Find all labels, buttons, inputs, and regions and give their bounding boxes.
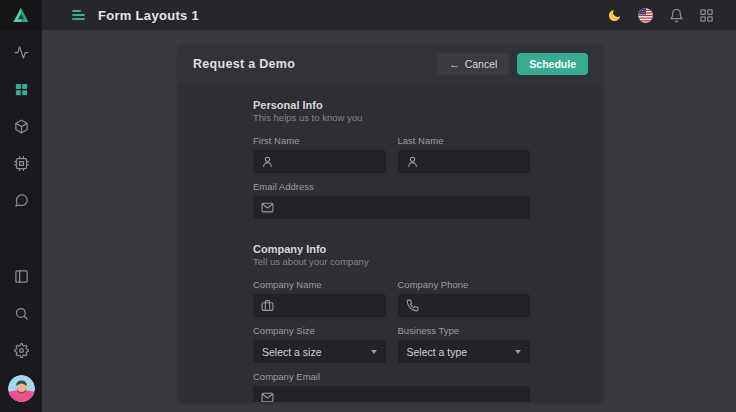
page-title: Form Layouts 1 — [98, 8, 199, 23]
sidebar-item-layout-toggle[interactable] — [0, 258, 42, 295]
company-email-row: Company Email — [253, 371, 530, 402]
company-name-label: Company Name — [253, 279, 386, 290]
company-size-selected-value: Select a size — [262, 346, 371, 358]
last-name-text-input[interactable] — [426, 156, 523, 168]
first-name-label: First Name — [253, 135, 386, 146]
name-row: First Name Last Name — [253, 135, 530, 173]
company-email-label: Company Email — [253, 371, 530, 382]
language-us-flag-icon[interactable] — [637, 7, 654, 24]
navbar-actions — [607, 7, 714, 24]
phone-icon — [406, 299, 419, 312]
gear-icon — [14, 343, 29, 358]
sidebar-item-settings[interactable] — [0, 332, 42, 369]
mail-icon — [261, 391, 274, 402]
sidebar-item-hardware[interactable] — [0, 145, 42, 182]
email-field: Email Address — [253, 181, 530, 219]
top-navbar: Form Layouts 1 — [42, 0, 736, 30]
grid-icon — [14, 82, 29, 97]
triangle-logo-icon — [11, 5, 31, 25]
email-input[interactable] — [253, 196, 530, 219]
sidebar-nav-top — [0, 34, 42, 219]
company-info-heading: Company Info — [253, 243, 530, 256]
avatar-image — [8, 375, 35, 402]
user-avatar[interactable] — [8, 375, 35, 402]
activity-icon — [14, 45, 29, 60]
card-body: Personal Info This helps us to know you … — [178, 83, 603, 402]
cpu-icon — [14, 156, 29, 171]
arrow-left-icon: ← — [449, 58, 460, 70]
request-demo-card: Request a Demo ← Cancel Schedule Persona… — [178, 45, 603, 402]
cancel-button[interactable]: ← Cancel — [437, 53, 509, 75]
sidebar — [0, 0, 42, 412]
company-name-phone-row: Company Name Company Phone — [253, 279, 530, 317]
company-email-input[interactable] — [253, 386, 530, 402]
company-size-field: Company Size Select a size — [253, 325, 386, 363]
company-info-subheading: Tell us about your company — [253, 256, 530, 267]
last-name-field: Last Name — [398, 135, 531, 173]
first-name-text-input[interactable] — [281, 156, 378, 168]
schedule-button[interactable]: Schedule — [517, 53, 588, 75]
company-name-text-input[interactable] — [281, 300, 378, 312]
mail-icon — [261, 201, 274, 214]
chat-bubble-icon — [14, 193, 29, 208]
card-title: Request a Demo — [193, 57, 295, 71]
main-content: Request a Demo ← Cancel Schedule Persona… — [42, 30, 736, 412]
theme-toggle-moon-icon[interactable] — [607, 8, 622, 23]
company-phone-text-input[interactable] — [426, 300, 523, 312]
first-name-input[interactable] — [253, 150, 386, 173]
search-icon — [14, 306, 29, 321]
sidebar-item-components[interactable] — [0, 108, 42, 145]
business-type-select[interactable]: Select a type — [398, 340, 531, 363]
layout-panel-icon — [14, 269, 29, 284]
personal-info-heading: Personal Info — [253, 99, 530, 112]
person-icon — [406, 155, 419, 168]
briefcase-icon — [261, 299, 274, 312]
email-text-input[interactable] — [281, 202, 522, 214]
apps-grid-icon[interactable] — [699, 8, 714, 23]
business-type-field: Business Type Select a type — [398, 325, 531, 363]
email-label: Email Address — [253, 181, 530, 192]
first-name-field: First Name — [253, 135, 386, 173]
company-size-select[interactable]: Select a size — [253, 340, 386, 363]
company-phone-input[interactable] — [398, 294, 531, 317]
sidebar-item-messages[interactable] — [0, 182, 42, 219]
company-size-label: Company Size — [253, 325, 386, 336]
company-phone-field: Company Phone — [398, 279, 531, 317]
company-name-input[interactable] — [253, 294, 386, 317]
personal-info-subheading: This helps us to know you — [253, 112, 530, 123]
sidebar-item-search[interactable] — [0, 295, 42, 332]
chevron-down-icon — [371, 350, 377, 354]
company-name-field: Company Name — [253, 279, 386, 317]
sidebar-nav-bottom — [0, 258, 42, 402]
sidebar-item-activity[interactable] — [0, 34, 42, 71]
package-icon — [14, 119, 29, 134]
company-email-text-input[interactable] — [281, 392, 522, 403]
company-phone-label: Company Phone — [398, 279, 531, 290]
last-name-input[interactable] — [398, 150, 531, 173]
person-icon — [261, 155, 274, 168]
app-logo[interactable] — [0, 0, 42, 30]
notifications-bell-icon[interactable] — [669, 8, 684, 23]
business-type-selected-value: Select a type — [407, 346, 516, 358]
chevron-down-icon — [515, 350, 521, 354]
schedule-button-label: Schedule — [529, 58, 576, 70]
menu-toggle-icon[interactable] — [72, 10, 85, 20]
sidebar-item-layouts[interactable] — [0, 71, 42, 108]
cancel-button-label: Cancel — [465, 58, 498, 70]
card-header: Request a Demo ← Cancel Schedule — [178, 45, 603, 83]
size-type-row: Company Size Select a size Business Type… — [253, 325, 530, 363]
card-actions: ← Cancel Schedule — [437, 53, 588, 75]
last-name-label: Last Name — [398, 135, 531, 146]
company-email-field: Company Email — [253, 371, 530, 402]
email-row: Email Address — [253, 181, 530, 219]
business-type-label: Business Type — [398, 325, 531, 336]
